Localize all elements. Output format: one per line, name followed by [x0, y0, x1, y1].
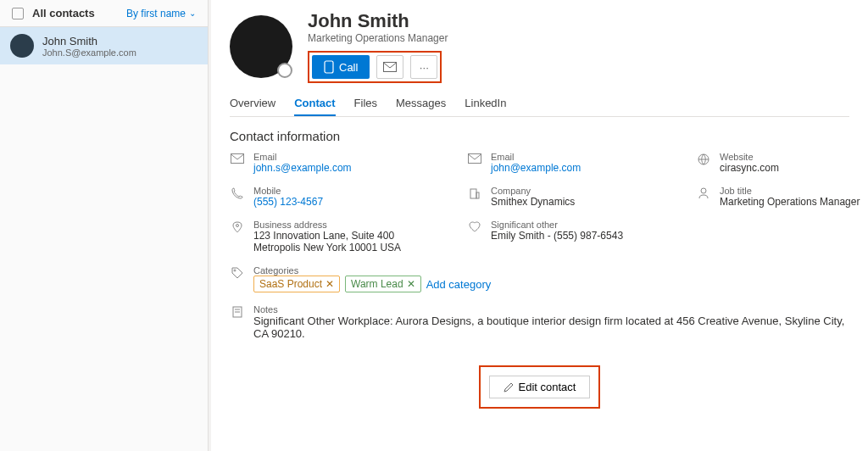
- location-icon: [230, 221, 245, 233]
- sig-other-value: Emily Smith - (555) 987-6543: [491, 230, 623, 242]
- edit-label: Edit contact: [519, 381, 576, 393]
- building-icon: [467, 187, 482, 199]
- job-title: Marketing Operations Manager: [308, 32, 448, 44]
- pencil-icon: [504, 382, 514, 393]
- field-email2: Emailjohn@example.com: [467, 152, 679, 174]
- page-title: John Smith: [308, 10, 448, 32]
- all-contacts-label: All contacts: [32, 7, 95, 19]
- contact-name: John Smith: [42, 35, 136, 47]
- call-label: Call: [339, 61, 358, 74]
- field-email1: Emailjohn.s@example.com: [230, 152, 450, 174]
- field-address: Business address123 Innovation Lane, Sui…: [230, 220, 450, 253]
- sidebar-header: All contacts By first name ⌄: [0, 0, 208, 27]
- svg-rect-2: [231, 154, 244, 164]
- tabs: Overview Contact Files Messages LinkedIn: [230, 92, 849, 117]
- profile-header: John Smith Marketing Operations Manager …: [230, 10, 849, 83]
- field-mobile: Mobile(555) 123-4567: [230, 186, 450, 208]
- email1-value[interactable]: john.s@example.com: [253, 162, 352, 174]
- svg-point-8: [236, 225, 239, 227]
- phone-icon: [230, 187, 245, 199]
- field-website: Websitecirasync.com: [696, 152, 868, 174]
- chevron-down-icon: ⌄: [189, 8, 196, 18]
- note-icon: [230, 306, 245, 340]
- actions-highlight: Call ···: [308, 51, 442, 83]
- footer: Edit contact: [230, 365, 849, 409]
- sort-label: By first name: [126, 8, 186, 19]
- field-job: Job titleMarketing Operations Manager: [696, 186, 868, 208]
- tab-files[interactable]: Files: [354, 92, 377, 116]
- person-icon: [696, 187, 711, 199]
- svg-point-9: [234, 270, 236, 271]
- contact-list-item[interactable]: John Smith John.S@example.com: [0, 27, 208, 64]
- job-value: Marketing Operations Manager: [720, 196, 860, 208]
- close-icon[interactable]: ✕: [326, 278, 334, 290]
- svg-rect-5: [470, 189, 476, 198]
- tab-messages[interactable]: Messages: [396, 92, 446, 116]
- avatar-large[interactable]: [230, 15, 292, 78]
- tab-linkedin[interactable]: LinkedIn: [465, 92, 506, 116]
- close-icon[interactable]: ✕: [407, 278, 415, 290]
- call-button[interactable]: Call: [312, 55, 370, 79]
- address-line2: Metropolis New York 10001 USA: [253, 242, 401, 253]
- select-all-checkbox[interactable]: [12, 8, 24, 19]
- tab-overview[interactable]: Overview: [230, 92, 275, 116]
- more-button[interactable]: ···: [410, 55, 437, 79]
- category-tag[interactable]: SaaS Product✕: [253, 276, 340, 292]
- tab-contact[interactable]: Contact: [294, 92, 335, 116]
- heart-icon: [467, 221, 482, 233]
- svg-rect-0: [325, 61, 333, 73]
- svg-point-7: [701, 188, 706, 193]
- avatar: [10, 34, 34, 58]
- mobile-value[interactable]: (555) 123-4567: [253, 196, 323, 208]
- ellipsis-icon: ···: [420, 61, 429, 74]
- category-tag[interactable]: Warm Lead✕: [345, 276, 421, 292]
- edit-contact-button[interactable]: Edit contact: [489, 376, 591, 398]
- contact-email: John.S@example.com: [42, 47, 136, 58]
- field-sig-other: Significant otherEmily Smith - (555) 987…: [467, 220, 679, 253]
- categories-row: Categories SaaS Product✕ Warm Lead✕ Add …: [230, 265, 849, 292]
- email2-value[interactable]: john@example.com: [491, 162, 581, 174]
- envelope-icon: [467, 153, 482, 164]
- sort-dropdown[interactable]: By first name ⌄: [126, 8, 196, 19]
- envelope-icon: [230, 153, 245, 164]
- tag-icon: [230, 267, 245, 279]
- notes-row: Notes Significant Other Workplace: Auror…: [230, 304, 849, 340]
- website-value[interactable]: cirasync.com: [720, 162, 779, 174]
- field-company: CompanySmithex Dynamics: [467, 186, 679, 208]
- info-grid: Emailjohn.s@example.com Emailjohn@exampl…: [230, 152, 849, 253]
- company-value: Smithex Dynamics: [491, 196, 575, 208]
- notes-text: Significant Other Workplace: Aurora Desi…: [253, 315, 849, 340]
- add-category-link[interactable]: Add category: [426, 278, 492, 291]
- email-button[interactable]: [376, 55, 403, 79]
- address-line1: 123 Innovation Lane, Suite 400: [253, 230, 401, 242]
- section-heading: Contact information: [230, 129, 849, 143]
- edit-highlight: Edit contact: [479, 365, 601, 409]
- phone-icon: [324, 60, 334, 74]
- svg-rect-1: [384, 63, 397, 72]
- sidebar: All contacts By first name ⌄ John Smith …: [0, 0, 209, 451]
- globe-icon: [696, 153, 711, 165]
- main-panel: John Smith Marketing Operations Manager …: [209, 0, 868, 451]
- svg-rect-3: [469, 154, 481, 164]
- envelope-icon: [383, 62, 397, 72]
- svg-rect-6: [476, 192, 479, 198]
- presence-indicator: [277, 63, 292, 78]
